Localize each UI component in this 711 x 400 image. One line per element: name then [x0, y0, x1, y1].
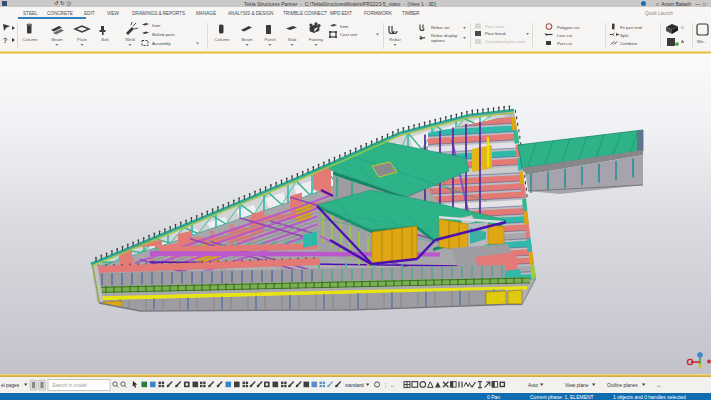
svg-text:C: C	[681, 25, 684, 30]
svg-text:Polygon cut: Polygon cut	[557, 25, 580, 30]
svg-text:Pour break: Pour break	[485, 31, 507, 36]
svg-text:Slab: Slab	[288, 37, 297, 42]
svg-text:Footing: Footing	[309, 37, 324, 42]
svg-text:options: options	[431, 38, 445, 43]
svg-text:el pages: el pages	[1, 383, 20, 388]
svg-text:Rebar set: Rebar set	[431, 25, 450, 30]
svg-text:Combine: Combine	[620, 41, 638, 46]
svg-text:Outline planes: Outline planes	[607, 383, 638, 388]
svg-text:A: A	[681, 39, 684, 44]
svg-text:View plane: View plane	[565, 383, 589, 388]
svg-text:Search in model: Search in model	[52, 383, 88, 388]
svg-text:Bolt: Bolt	[101, 37, 109, 42]
svg-text:↔: ↔	[656, 382, 662, 388]
svg-text:Pour view: Pour view	[485, 24, 505, 29]
svg-text:We...: We...	[697, 39, 707, 44]
svg-text:?: ?	[3, 37, 7, 44]
svg-text:Split: Split	[620, 33, 629, 38]
svg-text:Part cut: Part cut	[557, 41, 573, 46]
svg-text:Item: Item	[152, 23, 161, 28]
svg-text:Auto: Auto	[528, 383, 538, 388]
svg-text:Item: Item	[340, 24, 349, 29]
svg-text:Calculated pour units: Calculated pour units	[485, 39, 525, 44]
svg-text:⋮: ⋮	[383, 382, 389, 388]
svg-text:standard: standard	[345, 383, 364, 388]
svg-text:Rebar: Rebar	[389, 37, 401, 42]
svg-text:↔: ↔	[390, 382, 395, 388]
svg-text:Assembly: Assembly	[152, 41, 171, 46]
svg-text:Beam: Beam	[51, 37, 63, 42]
svg-text:Beam: Beam	[241, 37, 253, 42]
svg-text:Column: Column	[215, 37, 230, 42]
svg-text:Fit part end: Fit part end	[620, 25, 642, 30]
svg-text:Bolted parts: Bolted parts	[152, 32, 175, 37]
svg-text:Weld: Weld	[125, 37, 135, 42]
svg-text:Cast unit: Cast unit	[340, 32, 358, 37]
svg-text:Panel: Panel	[265, 37, 276, 42]
svg-text:Plate: Plate	[77, 37, 87, 42]
svg-text:Column: Column	[23, 37, 38, 42]
svg-text:Line cut: Line cut	[557, 33, 573, 38]
